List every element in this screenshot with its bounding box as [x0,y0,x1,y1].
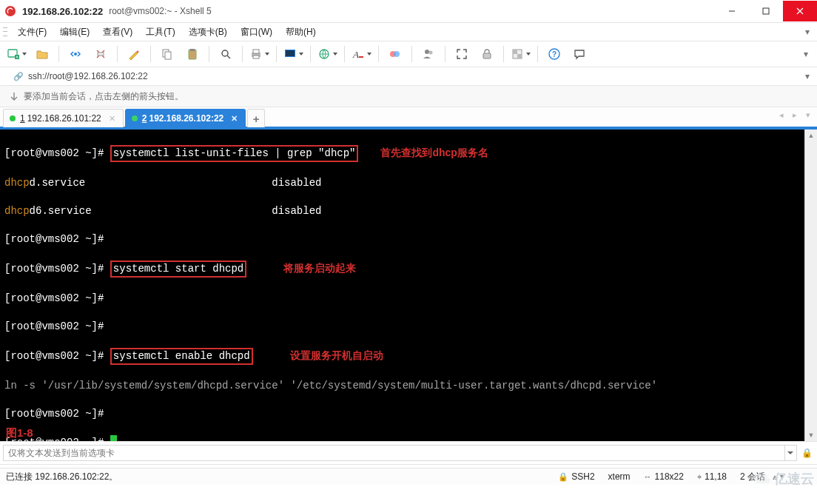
lock-button[interactable] [475,44,499,64]
figure-label: 图1-8 [6,426,33,440]
hint-bar: 要添加当前会话，点击左侧的箭头按钮。 [0,86,817,107]
tab-label: 192.168.26.102:22 [149,113,223,124]
add-session-arrow-icon[interactable] [9,91,19,101]
tab-close-icon[interactable]: ✕ [231,114,238,124]
svg-rect-15 [286,50,295,56]
fullscreen-button[interactable] [450,44,474,64]
feedback-button[interactable] [568,44,591,64]
transparency-button[interactable] [508,44,533,64]
annotation-2: 将服务启动起来 [283,261,356,275]
svg-text:A: A [352,49,359,60]
svg-rect-22 [483,53,491,58]
tab-close-icon[interactable]: ✕ [109,114,115,124]
annotation-3: 设置服务开机自启动 [290,349,383,363]
terminal-area: [root@vms002 ~]# systemctl list-unit-fil… [0,130,817,441]
status-connection: 已连接 192.168.26.102:22。 [6,471,118,483]
menu-window[interactable]: 窗口(W) [235,24,278,40]
status-term-type: xterm [608,471,631,482]
menu-overflow-icon[interactable]: ▾ [805,27,813,37]
link-icon: 🔗 [13,72,24,81]
svg-point-19 [394,51,400,57]
minimize-button[interactable] [715,1,749,21]
address-overflow-icon[interactable]: ▾ [805,71,813,81]
menu-edit[interactable]: 编辑(E) [54,24,95,40]
menu-help[interactable]: 帮助(H) [280,24,322,40]
close-button[interactable] [783,1,817,21]
svg-point-21 [429,51,433,55]
status-bar: 已连接 192.168.26.102:22。 🔒SSH2 xterm ↔118x… [0,468,817,485]
window-title-bar: 192.168.26.102:22 root@vms002:~ - Xshell… [0,0,817,22]
tab-next-icon[interactable]: ▸ [790,110,799,120]
tab-list-icon[interactable]: ▾ [804,110,813,120]
toolbar-overflow-icon[interactable]: ▾ [804,49,811,59]
svg-rect-5 [98,53,104,56]
chevron-down-icon [367,53,371,56]
scroll-down-icon[interactable]: ▼ [805,429,817,441]
address-url[interactable]: ssh://root@192.168.26.102:22 [28,71,148,81]
session-tab-2[interactable]: 2 192.168.26.102:22 ✕ [125,109,246,127]
menu-file[interactable]: 文件(F) [12,24,53,40]
status-cursor-pos: ⌖11,18 [697,471,727,482]
compose-input[interactable] [3,445,785,461]
svg-rect-25 [517,54,522,58]
position-icon: ⌖ [697,472,702,482]
svg-rect-1 [763,8,769,14]
menu-tabs[interactable]: 选项卡(B) [183,24,233,40]
tab-prev-icon[interactable]: ◂ [777,110,786,120]
encoding-button[interactable] [315,44,340,64]
status-dot-icon [10,115,16,121]
maximize-button[interactable] [749,1,783,21]
help-button[interactable]: ? [542,44,566,64]
tab-number: 1 [20,113,25,124]
properties-button[interactable] [122,44,146,64]
compose-input-bar: 🔒 [0,441,817,464]
svg-point-10 [222,50,228,56]
compose-target-dropdown[interactable] [784,445,797,461]
compose-lock-icon[interactable]: 🔒 [800,448,814,458]
resize-icon: ↔ [644,472,652,481]
menu-bar: 文件(F) 编辑(E) 查看(V) 工具(T) 选项卡(B) 窗口(W) 帮助(… [0,22,817,41]
chevron-down-icon [333,53,337,56]
session-tab-1[interactable]: 1 192.168.26.101:22 ✕ [3,109,124,127]
svg-point-0 [5,6,16,16]
session-tab-bar: 1 192.168.26.101:22 ✕ 2 192.168.26.102:2… [0,107,817,130]
new-session-button[interactable] [4,44,29,64]
highlight-button[interactable] [383,44,407,64]
lock-icon: 🔒 [558,472,568,482]
terminal-scrollbar[interactable]: ▲ ▼ [804,130,817,441]
menu-tools[interactable]: 工具(T) [140,24,181,40]
address-bar: 🔗 ssh://root@192.168.26.102:22 ▾ [0,67,817,86]
status-protocol: 🔒SSH2 [558,471,594,482]
cursor-block [110,435,117,441]
svg-rect-7 [165,52,171,59]
svg-point-20 [425,50,429,54]
svg-rect-13 [253,56,259,58]
users-button[interactable] [417,44,440,64]
window-title: 192.168.26.102:22 [22,6,103,17]
svg-point-4 [74,53,77,56]
find-button[interactable] [214,44,238,64]
svg-rect-9 [190,49,195,51]
terminal[interactable]: [root@vms002 ~]# systemctl list-unit-fil… [0,130,804,441]
grip-icon [3,26,7,38]
paste-button[interactable] [181,44,204,64]
copy-button[interactable] [155,44,179,64]
status-sessions[interactable]: 2 会话▴▾ [740,471,784,483]
svg-text:?: ? [552,50,557,58]
tab-label: 192.168.26.101:22 [27,113,101,124]
status-dot-icon [132,115,138,121]
annotation-1: 首先查找到dhcp服务名 [380,146,488,160]
font-button[interactable]: A [349,44,374,64]
scroll-up-icon[interactable]: ▲ [805,130,817,141]
chevron-down-icon [526,53,531,56]
reconnect-button[interactable] [64,44,87,64]
disconnect-button[interactable] [89,44,112,64]
svg-rect-24 [513,50,517,54]
color-scheme-button[interactable] [281,44,306,64]
chevron-down-icon [22,53,27,56]
print-button[interactable] [247,44,272,64]
new-tab-button[interactable]: + [247,109,265,127]
status-size: ↔118x22 [644,471,684,482]
open-button[interactable] [30,44,54,64]
menu-view[interactable]: 查看(V) [97,24,138,40]
